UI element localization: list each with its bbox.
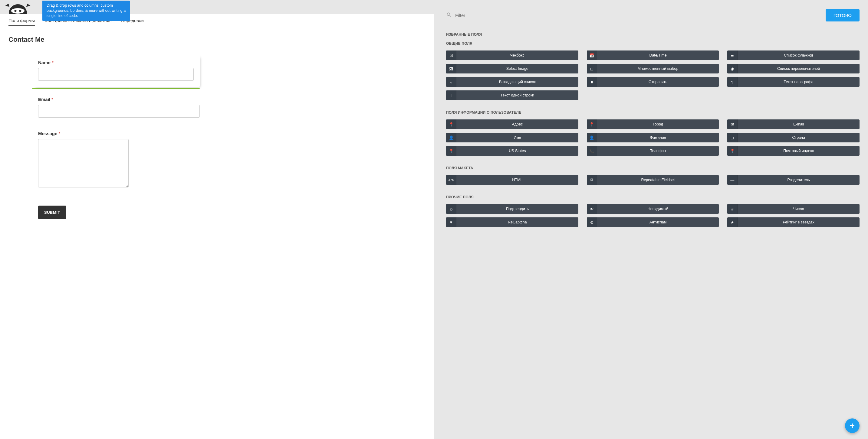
name-input[interactable]: [38, 68, 194, 81]
field-label-text: Email: [38, 97, 50, 102]
field-tile-submit-field[interactable]: ■Отправить: [587, 77, 719, 87]
field-tile-radio-list[interactable]: ◉Список переключателей: [727, 64, 860, 73]
recaptcha-icon: ▼: [446, 217, 456, 227]
field-tile-label: ReCaptcha: [456, 217, 578, 227]
field-tile-label: Repeatable Fieldset: [597, 175, 719, 185]
field-tile-divider[interactable]: —Разделитель: [727, 175, 860, 185]
field-tile-label: Текст параграфа: [738, 77, 860, 87]
required-marker: *: [59, 131, 61, 136]
field-tile-label: Список флажков: [738, 50, 860, 60]
field-tile-number[interactable]: #Число: [727, 204, 860, 214]
field-tile-label: Разделитель: [738, 175, 860, 185]
required-marker: *: [52, 60, 54, 65]
field-tile-recaptcha[interactable]: ▼ReCaptcha: [446, 217, 578, 227]
field-tile-zip[interactable]: 📍Почтовый индекс: [727, 146, 860, 156]
section-user-info: ПОЛЯ ИНФОРМАЦИИ О ПОЛЬЗОВАТЕЛЕ: [446, 110, 860, 114]
phone-icon: 📞: [587, 146, 597, 156]
form-field-message[interactable]: Message *: [38, 131, 200, 189]
html-icon: </>: [446, 175, 456, 185]
field-tile-antispam[interactable]: ⊘Антиспам: [587, 217, 719, 227]
select-image-icon: 🖼: [446, 64, 456, 73]
star-rating-icon: ★: [727, 217, 738, 227]
city-icon: 📍: [587, 120, 597, 129]
datetime-icon: 📅: [587, 50, 597, 60]
field-tile-dropdown[interactable]: ⌄Выпадающий список: [446, 77, 578, 87]
field-label-name: Name *: [38, 60, 194, 65]
field-tile-label: Имя: [456, 133, 578, 142]
checkbox-list-icon: ≣: [727, 50, 738, 60]
selected-underline: [32, 88, 200, 89]
done-button[interactable]: ГОТОВО: [826, 9, 860, 22]
checkbox-icon: ☑: [446, 50, 456, 60]
field-tile-label: Select Image: [456, 64, 578, 73]
field-tile-label: Почтовый индекс: [738, 146, 860, 156]
field-tile-label: Телефон: [597, 146, 719, 156]
field-tile-label: Чекбокс: [456, 50, 578, 60]
field-tile-label: US States: [456, 146, 578, 156]
field-tile-city[interactable]: 📍Город: [587, 120, 719, 129]
field-label-email: Email *: [38, 97, 200, 102]
field-tile-checkbox-list[interactable]: ≣Список флажков: [727, 50, 860, 60]
field-tile-label: Невидимый: [597, 204, 719, 214]
field-tile-label: Фамилия: [597, 133, 719, 142]
form-field-email[interactable]: Email *: [38, 97, 200, 117]
field-tile-repeatable[interactable]: ⧉Repeatable Fieldset: [587, 175, 719, 185]
field-tile-label: Город: [597, 120, 719, 129]
field-tile-label: Рейтинг в звездах: [738, 217, 860, 227]
field-tile-label: Антиспам: [597, 217, 719, 227]
email-icon: ✉: [727, 120, 738, 129]
field-tile-datetime[interactable]: 📅Date/Time: [587, 50, 719, 60]
search-icon: [446, 12, 452, 19]
field-tile-us-states[interactable]: 📍US States: [446, 146, 578, 156]
field-tile-html[interactable]: </>HTML: [446, 175, 578, 185]
field-tile-email[interactable]: ✉E-mail: [727, 120, 860, 129]
antispam-icon: ⊘: [587, 217, 597, 227]
field-label-text: Name: [38, 60, 51, 65]
filter-input[interactable]: [455, 13, 819, 18]
field-tile-phone[interactable]: 📞Телефон: [587, 146, 719, 156]
field-tile-country[interactable]: ◻Страна: [727, 133, 860, 142]
svg-point-1: [11, 8, 25, 13]
field-label-text: Message: [38, 131, 57, 136]
field-tile-label: Выпадающий список: [456, 77, 578, 87]
field-tile-select-image[interactable]: 🖼Select Image: [446, 64, 578, 73]
field-tile-label: E-mail: [738, 120, 860, 129]
required-marker: *: [52, 97, 53, 102]
zip-icon: 📍: [727, 146, 738, 156]
field-label-message: Message *: [38, 131, 200, 136]
field-tile-label: Адрес: [456, 120, 578, 129]
form-field-name[interactable]: Name *: [32, 55, 200, 87]
field-tile-confirm[interactable]: ⊘Подтвердить: [446, 204, 578, 214]
confirm-icon: ⊘: [446, 204, 456, 214]
field-tile-star-rating[interactable]: ★Рейтинг в звездах: [727, 217, 860, 227]
divider-icon: —: [727, 175, 738, 185]
field-tile-checkbox[interactable]: ☑Чекбокс: [446, 50, 578, 60]
dropdown-icon: ⌄: [446, 77, 456, 87]
field-tile-first-name[interactable]: 👤Имя: [446, 133, 578, 142]
ninja-logo: [4, 1, 31, 15]
number-icon: #: [727, 204, 738, 214]
field-tile-single-line[interactable]: TТекст одной строки: [446, 91, 578, 100]
field-tile-label: Множественный выбор: [597, 64, 719, 73]
field-tile-address[interactable]: 📍Адрес: [446, 120, 578, 129]
add-fab-button[interactable]: +: [845, 418, 860, 433]
repeatable-icon: ⧉: [587, 175, 597, 185]
svg-point-3: [19, 10, 22, 12]
section-other: ПРОЧИЕ ПОЛЯ: [446, 195, 860, 199]
email-input[interactable]: [38, 105, 200, 117]
field-tile-paragraph[interactable]: ¶Текст параграфа: [727, 77, 860, 87]
first-name-icon: 👤: [446, 133, 456, 142]
tab-form-fields[interactable]: Поля формы: [8, 18, 35, 26]
paragraph-icon: ¶: [727, 77, 738, 87]
message-textarea[interactable]: [38, 139, 129, 188]
field-tile-last-name[interactable]: 👤Фамилия: [587, 133, 719, 142]
field-tile-multi-select[interactable]: ◻Множественный выбор: [587, 64, 719, 73]
submit-button[interactable]: SUBMIT: [38, 206, 66, 219]
field-tile-hidden[interactable]: 👁Невидимый: [587, 204, 719, 214]
tooltip-bubble: Drag & drop rows and columns, custom bac…: [42, 1, 130, 21]
section-favorites: ИЗБРАННЫЕ ПОЛЯ: [446, 32, 860, 37]
form-title[interactable]: Contact Me: [0, 36, 434, 43]
field-tile-label: Текст одной строки: [456, 91, 578, 100]
single-line-icon: T: [446, 91, 456, 100]
us-states-icon: 📍: [446, 146, 456, 156]
